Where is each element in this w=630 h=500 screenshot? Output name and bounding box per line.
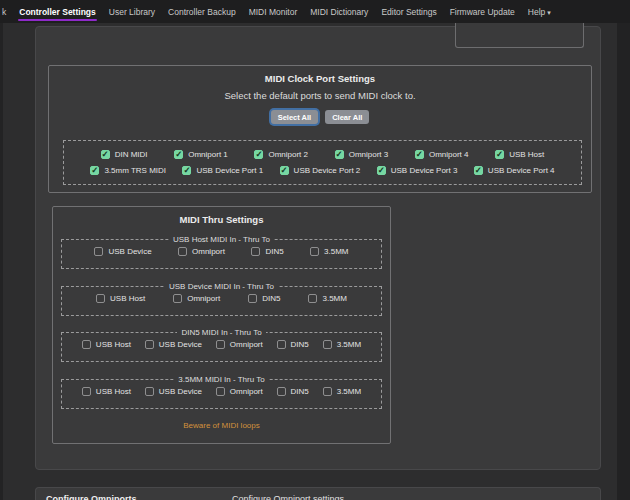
thru-option-label: Omniport <box>230 387 263 396</box>
thru-option[interactable]: USB Device <box>145 340 202 349</box>
thru-option-label: USB Host <box>96 387 131 396</box>
port-option-label: Omniport 2 <box>268 150 308 159</box>
thru-section-usb-host: USB Host MIDI In - Thru To USB Device Om… <box>61 235 382 269</box>
checkbox-icon[interactable] <box>145 387 154 396</box>
checkbox-icon[interactable] <box>277 387 286 396</box>
checkbox-icon[interactable] <box>248 294 257 303</box>
port-option[interactable]: USB Device Port 4 <box>474 166 555 175</box>
thru-option[interactable]: USB Device <box>94 247 151 256</box>
checkbox-icon[interactable] <box>415 150 424 159</box>
port-option[interactable]: USB Device Port 1 <box>182 166 263 175</box>
checkbox-icon[interactable] <box>82 387 91 396</box>
tab-user-library[interactable]: User Library <box>109 7 155 17</box>
checkbox-icon[interactable] <box>323 387 332 396</box>
port-option[interactable]: Omniport 3 <box>335 150 389 159</box>
thru-option[interactable]: USB Host <box>82 387 131 396</box>
thru-option[interactable]: USB Host <box>82 340 131 349</box>
port-option[interactable]: 3.5mm TRS MIDI <box>90 166 166 175</box>
checkbox-icon[interactable] <box>251 247 260 256</box>
midi-thru-panel: MIDI Thru Settings USB Host MIDI In - Th… <box>52 206 391 444</box>
nav-partial-item[interactable]: k <box>2 7 6 17</box>
midi-clock-title: MIDI Clock Port Settings <box>49 73 591 84</box>
tab-midi-dictionary[interactable]: MIDI Dictionary <box>310 7 368 17</box>
checkbox-icon[interactable] <box>182 166 191 175</box>
thru-option[interactable]: DIN5 <box>251 247 283 256</box>
thru-option-label: 3.5MM <box>337 387 361 396</box>
tab-controller-backup[interactable]: Controller Backup <box>168 7 236 17</box>
port-option[interactable]: DIN MIDI <box>101 150 148 159</box>
thru-option[interactable]: USB Device <box>145 387 202 396</box>
checkbox-icon[interactable] <box>474 166 483 175</box>
tab-editor-settings[interactable]: Editor Settings <box>381 7 436 17</box>
thru-option[interactable]: 3.5MM <box>308 294 346 303</box>
checkbox-icon[interactable] <box>495 150 504 159</box>
select-all-button[interactable]: Select All <box>271 110 319 124</box>
thru-option[interactable]: 3.5MM <box>323 340 361 349</box>
clear-all-button[interactable]: Clear All <box>325 110 369 124</box>
checkbox-icon[interactable] <box>90 166 99 175</box>
port-option[interactable]: Omniport 4 <box>415 150 469 159</box>
thru-option[interactable]: USB Host <box>96 294 145 303</box>
checkbox-icon[interactable] <box>377 166 386 175</box>
checkbox-icon[interactable] <box>323 340 332 349</box>
port-option[interactable]: USB Device Port 2 <box>280 166 361 175</box>
thru-option-label: USB Device <box>108 247 151 256</box>
checkbox-icon[interactable] <box>335 150 344 159</box>
thru-option-label: USB Device <box>159 340 202 349</box>
checkbox-icon[interactable] <box>280 166 289 175</box>
partial-section-box <box>455 23 584 48</box>
configure-omniports-title: Configure Omniports <box>46 494 137 500</box>
tab-controller-settings[interactable]: Controller Settings <box>19 7 96 17</box>
thru-option[interactable]: Omniport <box>173 294 220 303</box>
clock-ports-row-1: DIN MIDI Omniport 1 Omniport 2 Omniport … <box>74 150 571 159</box>
checkbox-icon[interactable] <box>96 294 105 303</box>
thru-option-label: USB Host <box>96 340 131 349</box>
menu-help[interactable]: Help <box>528 7 551 17</box>
checkbox-icon[interactable] <box>82 340 91 349</box>
thru-option-label: 3.5MM <box>337 340 361 349</box>
checkbox-icon[interactable] <box>216 387 225 396</box>
thru-option[interactable]: Omniport <box>216 340 263 349</box>
thru-option[interactable]: 3.5MM <box>323 387 361 396</box>
port-option-label: USB Host <box>509 150 544 159</box>
thru-option[interactable]: 3.5MM <box>310 247 348 256</box>
thru-option[interactable]: DIN5 <box>248 294 280 303</box>
configure-omniport-settings-text: Configure Omniport settings <box>232 494 344 500</box>
port-option[interactable]: Omniport 2 <box>254 150 308 159</box>
checkbox-icon[interactable] <box>277 340 286 349</box>
port-option-label: USB Device Port 1 <box>196 166 263 175</box>
thru-option-label: Omniport <box>230 340 263 349</box>
tab-midi-monitor[interactable]: MIDI Monitor <box>249 7 298 17</box>
top-nav: k Controller Settings User Library Contr… <box>0 0 630 23</box>
thru-option[interactable]: DIN5 <box>277 387 309 396</box>
thru-section-35mm: 3.5MM MIDI In - Thru To USB Host USB Dev… <box>61 375 382 409</box>
checkbox-icon[interactable] <box>94 247 103 256</box>
port-option-label: USB Device Port 2 <box>294 166 361 175</box>
midi-clock-subtitle: Select the default ports to send MIDI cl… <box>49 90 591 101</box>
checkbox-icon[interactable] <box>254 150 263 159</box>
scrollbar-track[interactable] <box>617 23 630 500</box>
thru-option[interactable]: Omniport <box>178 247 225 256</box>
checkbox-icon[interactable] <box>101 150 110 159</box>
thru-section-legend: USB Device MIDI In - Thru To <box>165 282 278 291</box>
thru-option[interactable]: DIN5 <box>277 340 309 349</box>
thru-option-label: DIN5 <box>291 387 309 396</box>
checkbox-icon[interactable] <box>310 247 319 256</box>
checkbox-icon[interactable] <box>178 247 187 256</box>
port-option-label: USB Device Port 3 <box>391 166 458 175</box>
checkbox-icon[interactable] <box>173 294 182 303</box>
port-option-label: Omniport 1 <box>188 150 228 159</box>
tab-firmware-update[interactable]: Firmware Update <box>450 7 515 17</box>
checkbox-icon[interactable] <box>145 340 154 349</box>
thru-option[interactable]: Omniport <box>216 387 263 396</box>
thru-option-label: USB Device <box>159 387 202 396</box>
port-option[interactable]: Omniport 1 <box>174 150 228 159</box>
checkbox-icon[interactable] <box>308 294 317 303</box>
port-option[interactable]: USB Device Port 3 <box>377 166 458 175</box>
checkbox-icon[interactable] <box>174 150 183 159</box>
checkbox-icon[interactable] <box>216 340 225 349</box>
port-option[interactable]: USB Host <box>495 150 544 159</box>
midi-loops-warning: Beware of MIDI loops <box>53 421 390 430</box>
thru-option-label: 3.5MM <box>322 294 346 303</box>
caret-down-icon <box>547 9 551 17</box>
